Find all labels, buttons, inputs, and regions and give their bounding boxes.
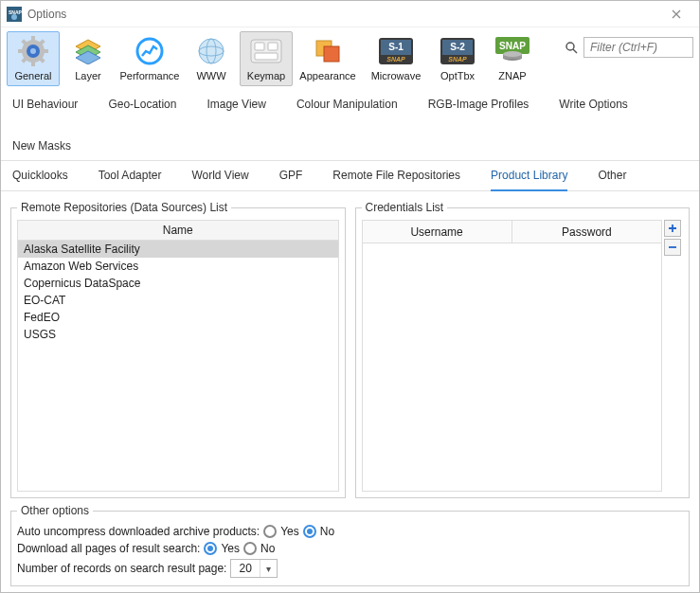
tab-rgb-image-profiles[interactable]: RGB-Image Profiles [428, 92, 529, 118]
toolbar-label: Layer [63, 70, 114, 81]
app-icon: SNAP [7, 7, 22, 22]
toolbar-znap-button[interactable]: SNAPZNAP [486, 31, 539, 86]
svg-rect-22 [255, 43, 264, 50]
add-credential-button[interactable] [664, 220, 681, 237]
no-label-1: No [320, 525, 334, 538]
repo-row[interactable]: FedEO [18, 309, 338, 326]
tab-write-options[interactable]: Write Options [559, 92, 627, 118]
toolbar-www-button[interactable]: WWW [185, 31, 238, 86]
chevron-down-icon: ▾ [260, 560, 277, 577]
svg-text:SNAP: SNAP [448, 56, 467, 63]
num-records-label: Number of records on search result page: [17, 562, 226, 575]
svg-line-41 [573, 49, 577, 53]
close-button[interactable] [659, 1, 693, 27]
download-all-no-radio[interactable] [243, 542, 257, 555]
tab-colour-manipulation[interactable]: Colour Manipulation [296, 92, 398, 118]
tab-new-masks[interactable]: New Masks [12, 134, 71, 160]
svg-point-2 [11, 14, 17, 20]
repos-legend: Remote Repositories (Data Sources) List [17, 201, 231, 214]
svg-rect-24 [255, 53, 278, 60]
svg-text:S-2: S-2 [450, 42, 465, 52]
auto-uncompress-no-radio[interactable] [303, 525, 316, 538]
svg-text:S-1: S-1 [388, 42, 404, 52]
tab-product-library[interactable]: Product Library [491, 163, 567, 191]
microwave-icon: S-1SNAP [377, 34, 415, 68]
keymap-icon [247, 34, 285, 68]
znap-icon: SNAP [494, 34, 531, 68]
tab-ui-behaviour[interactable]: UI Behaviour [12, 92, 78, 118]
yes-label-1: Yes [280, 525, 299, 538]
content-area: Remote Repositories (Data Sources) List … [1, 191, 699, 592]
toolbar-label: Performance [117, 70, 182, 81]
repos-header[interactable]: Name [17, 220, 339, 241]
svg-point-40 [566, 43, 574, 50]
toolbar-opttbx-button[interactable]: S-2SNAPOptTbx [431, 31, 484, 86]
svg-point-39 [503, 51, 522, 57]
toolbar-general-button[interactable]: General [7, 31, 60, 86]
svg-point-18 [199, 39, 224, 63]
toolbar-keymap-button[interactable]: Keymap [240, 31, 293, 86]
credentials-body[interactable] [363, 243, 662, 491]
no-label-2: No [260, 542, 275, 555]
www-icon [192, 34, 230, 68]
svg-rect-8 [31, 61, 35, 66]
svg-rect-10 [18, 49, 24, 53]
appearance-icon [309, 34, 347, 68]
toolbar-microwave-button[interactable]: S-1SNAPMicrowave [363, 31, 429, 86]
tab-remote-file-repositories[interactable]: Remote File Repositories [332, 163, 460, 190]
download-all-yes-radio[interactable] [204, 542, 217, 555]
svg-point-13 [30, 48, 36, 54]
auto-uncompress-yes-radio[interactable] [263, 525, 277, 538]
performance-icon [131, 34, 169, 68]
repo-row[interactable]: Copernicus DataSpace [18, 275, 338, 292]
options-window: SNAP Options GeneralLayerPerformanceWWWK… [0, 0, 700, 593]
titlebar: SNAP Options [1, 1, 699, 27]
num-records-value: 20 [231, 562, 259, 575]
tab-world-view[interactable]: World View [191, 163, 248, 190]
toolbar-label: OptTbx [432, 70, 483, 81]
tab-geo-location[interactable]: Geo-Location [108, 92, 176, 118]
tab-quicklooks[interactable]: Quicklooks [12, 163, 68, 190]
opttbx-icon: S-2SNAP [439, 34, 476, 68]
auto-uncompress-label: Auto uncompress downloaded archive produ… [17, 525, 260, 538]
toolbar-label: Appearance [296, 70, 360, 81]
tab-gpf[interactable]: GPF [279, 163, 303, 190]
credentials-fieldset: Credentials List Username Password [355, 201, 691, 498]
search-icon [563, 39, 580, 56]
tabs-row-2: QuicklooksTool AdapterWorld ViewGPFRemot… [1, 161, 699, 191]
tab-tool-adapter[interactable]: Tool Adapter [99, 163, 162, 190]
repos-list[interactable]: Alaska Satellite FacilityAmazon Web Serv… [17, 241, 339, 492]
category-toolbar: GeneralLayerPerformanceWWWKeymapAppearan… [1, 27, 699, 88]
toolbar-label: ZNAP [487, 70, 538, 81]
svg-rect-6 [43, 49, 48, 53]
credentials-legend: Credentials List [362, 201, 448, 214]
svg-rect-23 [268, 43, 278, 50]
svg-text:SNAP: SNAP [9, 9, 22, 15]
other-options-legend: Other options [17, 504, 93, 517]
toolbar-appearance-button[interactable]: Appearance [295, 31, 361, 86]
toolbar-label: Keymap [241, 70, 292, 81]
general-icon [14, 34, 52, 68]
credentials-col-pass[interactable]: Password [512, 221, 661, 243]
toolbar-label: Microwave [364, 70, 428, 81]
num-records-select[interactable]: 20 ▾ [230, 559, 277, 578]
filter-input[interactable] [583, 37, 693, 58]
repo-row[interactable]: EO-CAT [18, 292, 338, 309]
svg-text:SNAP: SNAP [499, 41, 526, 51]
repo-row[interactable]: Amazon Web Services [18, 258, 338, 275]
credentials-col-user[interactable]: Username [363, 221, 512, 243]
remove-credential-button[interactable] [664, 239, 681, 256]
download-all-label: Download all pages of result search: [17, 542, 200, 555]
toolbar-label: WWW [186, 70, 237, 81]
repo-row[interactable]: Alaska Satellite Facility [18, 241, 338, 258]
repos-fieldset: Remote Repositories (Data Sources) List … [10, 201, 346, 498]
svg-text:SNAP: SNAP [386, 56, 405, 63]
toolbar-layer-button[interactable]: Layer [62, 31, 115, 86]
window-title: Options [27, 8, 659, 21]
other-options-fieldset: Other options Auto uncompress downloaded… [10, 504, 690, 586]
toolbar-performance-button[interactable]: Performance [117, 31, 183, 86]
tab-other[interactable]: Other [598, 163, 626, 190]
toolbar-label: General [8, 70, 59, 81]
repo-row[interactable]: USGS [18, 326, 338, 343]
tab-image-view[interactable]: Image View [206, 92, 265, 118]
